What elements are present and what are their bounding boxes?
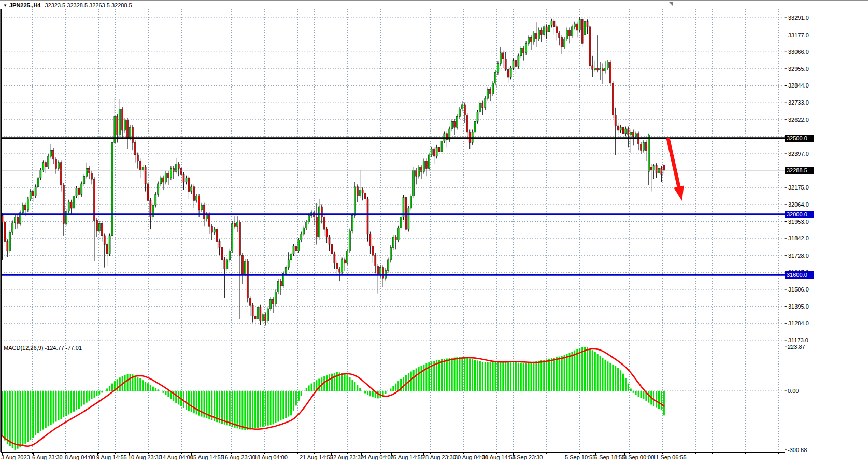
- ohlc-readout: 32323.5 32328.5 32263.5 32288.5: [45, 2, 132, 8]
- chart-frame: [2, 9, 785, 453]
- time-axis-label: 21 Aug 14:55: [300, 454, 333, 460]
- macd-histogram: [2, 347, 665, 450]
- time-axis-label: 15 Aug 14:55: [190, 454, 224, 460]
- time-axis-label: 3 Aug 2023: [1, 454, 30, 460]
- time-axis-label: 16 Aug 23:30: [222, 454, 255, 460]
- price-axis-label: 33177.0: [788, 32, 809, 38]
- price-axis-label: 32397.0: [788, 151, 809, 157]
- autoscroll-marker-icon[interactable]: [668, 2, 673, 6]
- time-axis-label: 3 Sep 23:30: [512, 454, 543, 460]
- symbol-ohlc-label: ▼JPN225-,H432323.5 32328.5 32263.5 32288…: [3, 2, 132, 8]
- time-axis-label: 5 Sep 10:55: [565, 454, 595, 460]
- time-axis-label: 6 Sep 18:55: [594, 454, 625, 460]
- price-line-label-32288.5: 32288.5: [785, 167, 814, 174]
- price-axis-label: 32844.0: [788, 82, 809, 89]
- time-axis-label: 28 Aug 23:30: [422, 454, 456, 460]
- candles: [2, 17, 665, 326]
- macd-axis-label: -300.68: [788, 447, 807, 453]
- time-axis-label: 31 Aug 14:55: [482, 454, 516, 460]
- time-axis-label: 8 Sep 00:00: [623, 454, 654, 460]
- macd-axis-label: 223.87: [788, 344, 805, 350]
- time-axis-label: 14 Aug 04:00: [160, 454, 193, 460]
- price-axis-label: 32175.0: [788, 184, 809, 191]
- symbol-dropdown-icon[interactable]: ▼: [3, 3, 7, 8]
- time-axis-label: 22 Aug 23:30: [330, 454, 364, 460]
- macd-axis-label: 0.00: [788, 388, 799, 394]
- price-chart-canvas[interactable]: [0, 0, 868, 466]
- time-axis-label: 24 Aug 04:00: [360, 454, 394, 460]
- price-line-label-32000.0: 32000.0: [785, 211, 814, 218]
- price-axis-label: 31395.0: [788, 303, 809, 310]
- horizontal-line-objects[interactable]: [1, 138, 785, 275]
- price-line-label-32500.0: 32500.0: [785, 135, 814, 142]
- price-axis-label: 31284.0: [788, 320, 809, 326]
- time-axis-label: 9 Aug 14:55: [96, 454, 127, 460]
- time-axis-label: 25 Aug 14:55: [390, 454, 424, 460]
- price-axis-label: 31842.0: [788, 235, 809, 241]
- price-axis-label: 31728.0: [788, 253, 809, 259]
- down-arrow-annotation[interactable]: [668, 138, 684, 201]
- mt4-chart-window: ▼JPN225-,H432323.5 32328.5 32263.5 32288…: [0, 0, 868, 466]
- price-axis-label: 32733.0: [788, 99, 809, 106]
- price-axis-label: 33066.0: [788, 49, 809, 55]
- time-axis-label: 6 Aug 23:30: [32, 454, 63, 460]
- price-line-label-31600.0: 31600.0: [785, 271, 814, 279]
- price-axis-label: 31173.0: [788, 337, 808, 343]
- price-axis-label: 31506.0: [788, 286, 809, 293]
- symbol-period-text: JPN225-,H4: [9, 2, 41, 8]
- price-axis-label: 33291.0: [788, 14, 809, 21]
- macd-indicator-label: MACD(12,26,9) -124.77 -77.01: [4, 345, 82, 351]
- horizontal-gridlines: [1, 18, 785, 391]
- time-axis-label: 11 Sep 06:55: [653, 454, 687, 460]
- time-axis-label: 8 Aug 04:00: [65, 454, 95, 460]
- price-axis-label: 32622.0: [788, 116, 809, 123]
- price-axis-label: 32955.0: [788, 66, 809, 72]
- price-axis-label: 31953.0: [788, 219, 809, 225]
- price-axis-label: 32064.0: [788, 201, 809, 208]
- time-axis-label: 10 Aug 23:30: [128, 454, 162, 460]
- time-axis-label: 18 Aug 04:00: [254, 454, 288, 460]
